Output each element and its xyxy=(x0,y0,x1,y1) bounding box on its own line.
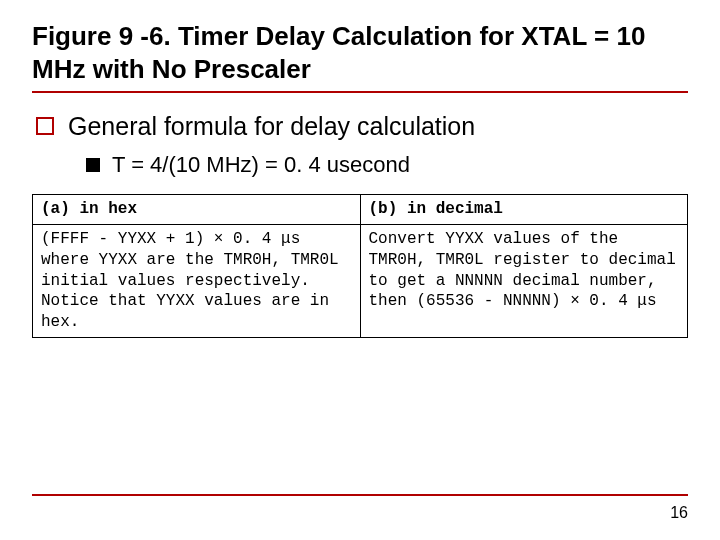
filled-square-icon xyxy=(86,158,100,172)
col-b-body: Convert YYXX values of the TMR0H, TMR0L … xyxy=(360,225,688,338)
hollow-square-icon xyxy=(36,117,54,135)
title-block: Figure 9 -6. Timer Delay Calculation for… xyxy=(32,20,688,93)
col-a-body: (FFFF - YYXX + 1) × 0. 4 μs where YYXX a… xyxy=(33,225,361,338)
bullet2-text: T = 4/(10 MHz) = 0. 4 usecond xyxy=(112,152,410,178)
footer-divider xyxy=(32,494,688,496)
bullet-level2: T = 4/(10 MHz) = 0. 4 usecond xyxy=(86,152,688,178)
bullet1-text: General formula for delay calculation xyxy=(68,111,475,142)
figure-title: Figure 9 -6. Timer Delay Calculation for… xyxy=(32,20,688,85)
formula-table: (a) in hex (b) in decimal (FFFF - YYXX +… xyxy=(32,194,688,338)
page-number: 16 xyxy=(670,504,688,522)
col-b-header: (b) in decimal xyxy=(360,195,688,225)
col-a-header: (a) in hex xyxy=(33,195,361,225)
bullet-level1: General formula for delay calculation xyxy=(32,111,688,142)
